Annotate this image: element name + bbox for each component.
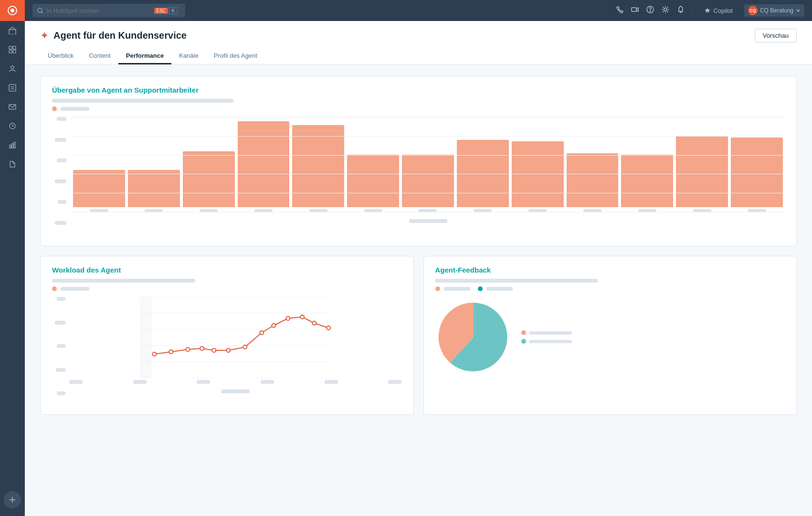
page-title-row: ✦ Agent für den Kundenservice Vorschau xyxy=(40,29,797,42)
bar-x-label xyxy=(90,209,108,212)
nav-mail-icon[interactable] xyxy=(0,97,25,116)
svg-rect-6 xyxy=(13,50,16,53)
settings-icon[interactable] xyxy=(662,6,669,15)
chart3-legend-dot2 xyxy=(478,286,483,291)
user-menu-button[interactable]: CQ CQ Beratung xyxy=(744,4,804,17)
copilot-button[interactable]: Copilot xyxy=(700,5,736,16)
svg-point-42 xyxy=(300,315,304,319)
bar-group xyxy=(347,155,399,212)
chart1-title: Übergabe von Agent an Supportmitarbeiter xyxy=(52,86,785,94)
search-icon xyxy=(37,8,43,14)
bar xyxy=(128,170,180,207)
copilot-icon xyxy=(704,7,711,14)
preview-button[interactable]: Vorschau xyxy=(755,29,797,42)
bar-x-label xyxy=(419,209,437,212)
bar xyxy=(73,170,125,207)
bar-x-label xyxy=(145,209,163,212)
pie-legend-label-2 xyxy=(529,340,572,343)
tab-content[interactable]: Content xyxy=(81,48,118,64)
help-icon[interactable] xyxy=(646,6,654,15)
svg-point-38 xyxy=(243,345,247,349)
bar-x-label xyxy=(638,209,656,212)
bar xyxy=(402,155,454,207)
y-label xyxy=(55,179,66,183)
nav-list-icon[interactable] xyxy=(0,78,25,97)
bar-chart-wrapper xyxy=(71,117,785,212)
bar xyxy=(238,121,290,207)
bar-x-label xyxy=(364,209,382,212)
sidebar xyxy=(0,0,25,516)
svg-rect-4 xyxy=(13,46,16,49)
content-area: Übergabe von Agent an Supportmitarbeiter xyxy=(25,64,812,426)
svg-rect-14 xyxy=(12,144,13,148)
x-axis-center xyxy=(71,216,785,225)
y-label xyxy=(57,344,65,348)
y-label xyxy=(57,297,65,301)
nav-contacts-icon[interactable] xyxy=(0,59,25,78)
nav-home-icon[interactable] xyxy=(0,21,25,40)
user-avatar: CQ xyxy=(748,6,758,15)
chart2-area xyxy=(52,297,402,405)
svg-rect-8 xyxy=(9,84,16,91)
k-key: K xyxy=(169,7,178,14)
x-label xyxy=(69,380,83,384)
chart2-legend-label xyxy=(61,287,89,291)
video-icon[interactable] xyxy=(631,6,639,15)
chart2-title: Workload des Agent xyxy=(52,266,402,274)
bars-container xyxy=(71,117,785,212)
bar-x-label xyxy=(693,209,711,212)
pie-legend xyxy=(521,330,572,344)
bar xyxy=(347,155,399,207)
nav-reports-icon[interactable] xyxy=(0,116,25,136)
chart2-card: Workload des Agent xyxy=(40,256,414,415)
y-label xyxy=(58,200,66,204)
tab-kanaele[interactable]: Kanäle xyxy=(171,48,206,64)
chart2-legend-dot xyxy=(52,286,57,291)
chart1-card: Übergabe von Agent an Supportmitarbeiter xyxy=(40,76,797,246)
svg-rect-31 xyxy=(140,297,151,378)
chart3-title: Agent-Feedback xyxy=(435,266,785,274)
svg-rect-13 xyxy=(10,145,11,148)
bar-group xyxy=(567,153,619,212)
chart3-legend-dot1 xyxy=(435,286,440,291)
nav-files-icon[interactable] xyxy=(0,155,25,174)
pie-legend-dot-teal xyxy=(521,339,526,344)
tab-profil[interactable]: Profil des Agent xyxy=(206,48,265,64)
x-label xyxy=(388,380,401,384)
svg-point-41 xyxy=(286,316,290,320)
tab-ueberblick[interactable]: Überblick xyxy=(40,48,81,64)
search-input[interactable] xyxy=(46,7,151,14)
chart2-x-center xyxy=(69,387,402,395)
bell-icon[interactable] xyxy=(677,6,685,15)
y-label xyxy=(55,221,66,225)
svg-point-33 xyxy=(169,350,173,354)
pie-legend-item-1 xyxy=(521,330,572,335)
phone-icon[interactable] xyxy=(616,6,623,15)
bar xyxy=(512,141,564,207)
svg-point-35 xyxy=(200,347,204,350)
tabs: Überblick Content Performance Kanäle Pro… xyxy=(40,48,797,64)
hubspot-logo[interactable] xyxy=(0,0,25,21)
page-title-left: ✦ Agent für den Kundenservice xyxy=(40,30,187,42)
bottom-row: Workload des Agent xyxy=(40,256,797,415)
search-bar[interactable]: ESC K xyxy=(32,4,185,17)
page-title: Agent für den Kundenservice xyxy=(53,30,187,41)
nav-grid-icon[interactable] xyxy=(0,40,25,59)
tab-performance[interactable]: Performance xyxy=(118,48,171,64)
bar-group xyxy=(183,151,235,212)
svg-line-19 xyxy=(42,12,43,13)
chart1-legend xyxy=(52,106,785,111)
bar-group xyxy=(238,121,290,212)
x-label xyxy=(197,380,210,384)
bar xyxy=(183,151,235,207)
user-name: CQ Beratung xyxy=(760,7,793,14)
sidebar-add-button[interactable] xyxy=(4,491,21,508)
y-label xyxy=(55,321,65,325)
chart1-legend-dot xyxy=(52,106,57,111)
line-chart-svg xyxy=(69,297,402,378)
y-label xyxy=(57,117,66,121)
pie-legend-item-2 xyxy=(521,339,572,344)
pie-chart-svg xyxy=(435,299,512,375)
nav-analytics-icon[interactable] xyxy=(0,136,25,155)
svg-rect-15 xyxy=(14,142,15,148)
